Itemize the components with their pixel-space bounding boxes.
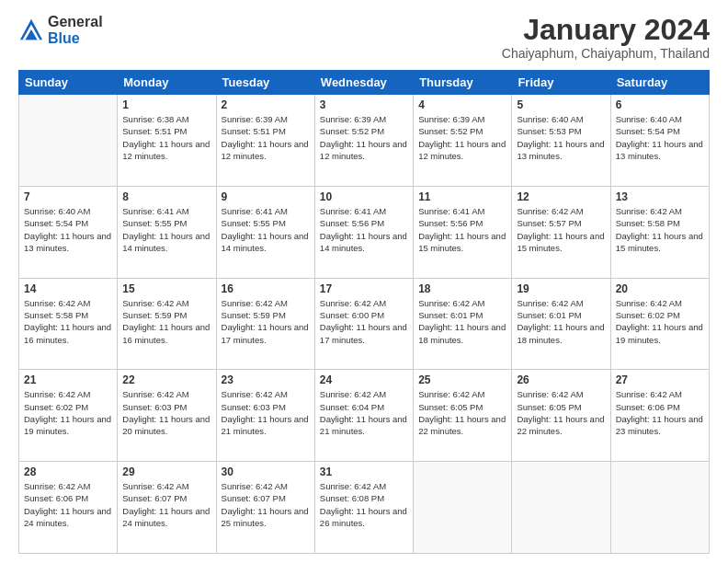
day-cell: 30Sunrise: 6:42 AMSunset: 6:07 PMDayligh… (216, 462, 314, 554)
day-info: Sunrise: 6:42 AMSunset: 6:02 PMDaylight:… (616, 297, 704, 346)
day-info: Sunrise: 6:42 AMSunset: 6:07 PMDaylight:… (222, 480, 310, 529)
day-cell: 19Sunrise: 6:42 AMSunset: 6:01 PMDayligh… (512, 278, 610, 370)
day-cell: 24Sunrise: 6:42 AMSunset: 6:04 PMDayligh… (314, 370, 413, 462)
day-cell: 3Sunrise: 6:39 AMSunset: 5:52 PMDaylight… (314, 95, 413, 187)
day-info: Sunrise: 6:42 AMSunset: 6:03 PMDaylight:… (122, 388, 210, 437)
day-number: 23 (222, 373, 310, 386)
day-info: Sunrise: 6:42 AMSunset: 6:06 PMDaylight:… (616, 388, 704, 437)
day-cell: 22Sunrise: 6:42 AMSunset: 6:03 PMDayligh… (118, 370, 216, 462)
day-number: 29 (122, 465, 210, 478)
day-number: 19 (517, 282, 605, 295)
weekday-header-thursday: Thursday (414, 71, 512, 95)
day-cell: 7Sunrise: 6:40 AMSunset: 5:54 PMDaylight… (19, 186, 118, 278)
weekday-header-sunday: Sunday (19, 71, 118, 95)
calendar-table: SundayMondayTuesdayWednesdayThursdayFrid… (18, 70, 710, 554)
day-cell: 29Sunrise: 6:42 AMSunset: 6:07 PMDayligh… (118, 462, 216, 554)
day-cell: 11Sunrise: 6:41 AMSunset: 5:56 PMDayligh… (414, 186, 512, 278)
day-info: Sunrise: 6:42 AMSunset: 6:05 PMDaylight:… (418, 388, 506, 437)
day-number: 18 (418, 282, 506, 295)
day-number: 7 (24, 190, 112, 203)
day-number: 31 (320, 465, 408, 478)
title-block: January 2024 Chaiyaphum, Chaiyaphum, Tha… (502, 14, 710, 61)
day-info: Sunrise: 6:42 AMSunset: 5:58 PMDaylight:… (24, 297, 112, 346)
day-info: Sunrise: 6:41 AMSunset: 5:55 PMDaylight:… (222, 205, 310, 254)
day-info: Sunrise: 6:39 AMSunset: 5:52 PMDaylight:… (320, 113, 408, 162)
weekday-header-wednesday: Wednesday (314, 71, 413, 95)
day-info: Sunrise: 6:42 AMSunset: 6:07 PMDaylight:… (122, 480, 210, 529)
day-cell: 5Sunrise: 6:40 AMSunset: 5:53 PMDaylight… (512, 95, 610, 187)
day-cell: 4Sunrise: 6:39 AMSunset: 5:52 PMDaylight… (414, 95, 512, 187)
day-info: Sunrise: 6:38 AMSunset: 5:51 PMDaylight:… (122, 113, 210, 162)
day-cell (414, 462, 512, 554)
day-info: Sunrise: 6:42 AMSunset: 5:58 PMDaylight:… (616, 205, 704, 254)
day-number: 3 (320, 98, 408, 111)
day-number: 12 (517, 190, 605, 203)
week-row-4: 28Sunrise: 6:42 AMSunset: 6:06 PMDayligh… (19, 462, 710, 554)
day-info: Sunrise: 6:42 AMSunset: 6:06 PMDaylight:… (24, 480, 112, 529)
day-number: 17 (320, 282, 408, 295)
day-cell: 20Sunrise: 6:42 AMSunset: 6:02 PMDayligh… (610, 278, 709, 370)
day-cell: 31Sunrise: 6:42 AMSunset: 6:08 PMDayligh… (314, 462, 413, 554)
day-cell: 23Sunrise: 6:42 AMSunset: 6:03 PMDayligh… (216, 370, 314, 462)
day-cell: 6Sunrise: 6:40 AMSunset: 5:54 PMDaylight… (610, 95, 709, 187)
day-cell: 1Sunrise: 6:38 AMSunset: 5:51 PMDaylight… (118, 95, 216, 187)
day-info: Sunrise: 6:40 AMSunset: 5:54 PMDaylight:… (24, 205, 112, 254)
day-info: Sunrise: 6:42 AMSunset: 6:00 PMDaylight:… (320, 297, 408, 346)
day-cell: 8Sunrise: 6:41 AMSunset: 5:55 PMDaylight… (118, 186, 216, 278)
week-row-0: 1Sunrise: 6:38 AMSunset: 5:51 PMDaylight… (19, 95, 710, 187)
day-cell: 27Sunrise: 6:42 AMSunset: 6:06 PMDayligh… (610, 370, 709, 462)
day-number: 13 (616, 190, 704, 203)
logo-blue-text: Blue (48, 30, 103, 47)
weekday-header-friday: Friday (512, 71, 610, 95)
month-title: January 2024 (502, 14, 710, 46)
day-number: 4 (418, 98, 506, 111)
day-number: 20 (616, 282, 704, 295)
day-number: 24 (320, 373, 408, 386)
day-cell: 26Sunrise: 6:42 AMSunset: 6:05 PMDayligh… (512, 370, 610, 462)
day-info: Sunrise: 6:39 AMSunset: 5:52 PMDaylight:… (418, 113, 506, 162)
day-cell: 12Sunrise: 6:42 AMSunset: 5:57 PMDayligh… (512, 186, 610, 278)
day-number: 25 (418, 373, 506, 386)
day-cell: 18Sunrise: 6:42 AMSunset: 6:01 PMDayligh… (414, 278, 512, 370)
day-number: 9 (222, 190, 310, 203)
day-cell: 2Sunrise: 6:39 AMSunset: 5:51 PMDaylight… (216, 95, 314, 187)
day-cell: 21Sunrise: 6:42 AMSunset: 6:02 PMDayligh… (19, 370, 118, 462)
day-number: 30 (222, 465, 310, 478)
day-number: 10 (320, 190, 408, 203)
day-info: Sunrise: 6:42 AMSunset: 5:57 PMDaylight:… (517, 205, 605, 254)
day-number: 21 (24, 373, 112, 386)
day-info: Sunrise: 6:41 AMSunset: 5:55 PMDaylight:… (122, 205, 210, 254)
header: General Blue January 2024 Chaiyaphum, Ch… (18, 14, 710, 61)
day-cell (610, 462, 709, 554)
day-cell: 16Sunrise: 6:42 AMSunset: 5:59 PMDayligh… (216, 278, 314, 370)
day-number: 28 (24, 465, 112, 478)
week-row-3: 21Sunrise: 6:42 AMSunset: 6:02 PMDayligh… (19, 370, 710, 462)
day-number: 1 (122, 98, 210, 111)
day-info: Sunrise: 6:42 AMSunset: 6:03 PMDaylight:… (222, 388, 310, 437)
day-cell (512, 462, 610, 554)
weekday-header-row: SundayMondayTuesdayWednesdayThursdayFrid… (19, 71, 710, 95)
day-info: Sunrise: 6:41 AMSunset: 5:56 PMDaylight:… (418, 205, 506, 254)
day-number: 11 (418, 190, 506, 203)
logo-text: General Blue (48, 14, 103, 46)
day-number: 22 (122, 373, 210, 386)
day-cell: 25Sunrise: 6:42 AMSunset: 6:05 PMDayligh… (414, 370, 512, 462)
day-cell (19, 95, 118, 187)
logo-icon (18, 17, 44, 43)
day-info: Sunrise: 6:42 AMSunset: 6:04 PMDaylight:… (320, 388, 408, 437)
day-number: 5 (517, 98, 605, 111)
logo-general-text: General (48, 14, 103, 30)
day-info: Sunrise: 6:42 AMSunset: 5:59 PMDaylight:… (122, 297, 210, 346)
day-number: 14 (24, 282, 112, 295)
day-info: Sunrise: 6:40 AMSunset: 5:53 PMDaylight:… (517, 113, 605, 162)
day-number: 2 (222, 98, 310, 111)
day-info: Sunrise: 6:42 AMSunset: 5:59 PMDaylight:… (222, 297, 310, 346)
day-info: Sunrise: 6:41 AMSunset: 5:56 PMDaylight:… (320, 205, 408, 254)
day-info: Sunrise: 6:42 AMSunset: 6:08 PMDaylight:… (320, 480, 408, 529)
day-info: Sunrise: 6:42 AMSunset: 6:02 PMDaylight:… (24, 388, 112, 437)
day-cell: 14Sunrise: 6:42 AMSunset: 5:58 PMDayligh… (19, 278, 118, 370)
week-row-2: 14Sunrise: 6:42 AMSunset: 5:58 PMDayligh… (19, 278, 710, 370)
day-number: 15 (122, 282, 210, 295)
day-cell: 15Sunrise: 6:42 AMSunset: 5:59 PMDayligh… (118, 278, 216, 370)
day-info: Sunrise: 6:42 AMSunset: 6:01 PMDaylight:… (418, 297, 506, 346)
